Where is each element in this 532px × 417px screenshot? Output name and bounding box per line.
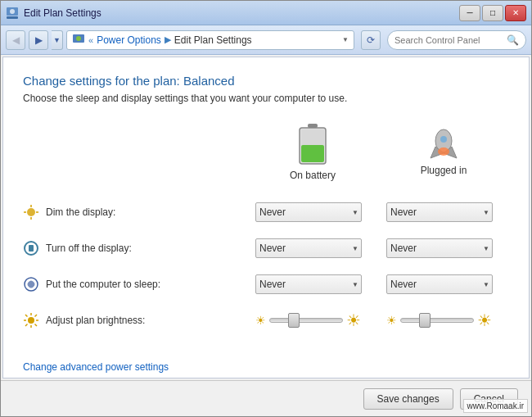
address-bar: « Power Options ▶ Edit Plan Settings ▼ [66,30,354,50]
search-input[interactable] [394,35,503,45]
svg-point-14 [27,208,35,216]
sleep-text: Put the computer to sleep: [46,279,160,290]
advanced-settings-link[interactable]: Change advanced power settings [23,361,509,373]
back-button[interactable]: ◀ [6,30,25,50]
turnoff-plugged-select[interactable]: Never1 minute5 minutes15 minutes30 minut… [386,238,493,258]
dim-plugged-select[interactable]: Never1 minute5 minutes15 minutes30 minut… [386,202,493,222]
close-button[interactable]: ✕ [505,5,526,21]
battery-header-label: On battery [290,170,336,181]
title-bar: Edit Plan Settings ─ □ ✕ [1,1,531,25]
plugged-column-header: Plugged in [378,129,509,189]
title-bar-buttons: ─ □ ✕ [459,5,526,21]
sleep-battery-select[interactable]: Never1 minute5 minutes15 minutes30 minut… [255,274,362,294]
title-bar-text: Edit Plan Settings [24,7,101,19]
dim-plugged-wrapper: Never1 minute5 minutes15 minutes30 minut… [378,196,509,229]
sleep-plugged-select-container[interactable]: Never1 minute5 minutes15 minutes30 minut… [386,274,493,294]
turnoff-battery-select[interactable]: Never1 minute5 minutes15 minutes30 minut… [255,238,362,258]
links-section: Change advanced power settings Restore d… [23,361,509,378]
address-dropdown[interactable]: ▼ [342,36,349,43]
svg-line-27 [25,315,28,317]
save-button[interactable]: Save changes [363,388,453,410]
dim-battery-select-container[interactable]: Never1 minute5 minutes15 minutes30 minut… [255,202,362,222]
toolbar: ◀ ▶ ▼ « Power Options ▶ Edit Plan Settin… [1,25,531,55]
dim-battery-wrapper: Never1 minute5 minutes15 minutes30 minut… [247,196,378,229]
brightness-icon [23,312,39,329]
breadcrumb-sep-1: ▶ [165,34,171,45]
dim-display-label: Dim the display: [23,194,247,230]
brightness-battery-slider-track[interactable] [269,318,343,323]
page-subtitle: Choose the sleep and display settings th… [23,93,509,104]
turnoff-plugged-wrapper: Never1 minute5 minutes15 minutes30 minut… [378,232,509,265]
sleep-icon [23,276,39,292]
brightness-plugged-slider-track[interactable] [400,318,474,323]
page-title: Change settings for the plan: Balanced [23,74,509,88]
plugged-icon [426,129,462,161]
brightness-label-row: Adjust plan brightness: [23,302,247,338]
svg-point-13 [438,147,449,156]
brightness-battery-row: ☀ ☀ [247,304,378,337]
turnoff-plugged-select-container[interactable]: Never1 minute5 minutes15 minutes30 minut… [386,238,493,258]
sleep-plugged-select[interactable]: Never1 minute5 minutes15 minutes30 minut… [386,274,493,294]
watermark: www.Romaak.ir [463,399,528,413]
brightness-plugged-row: ☀ ☀ [378,304,509,337]
maximize-button[interactable]: □ [482,5,503,21]
forward-button[interactable]: ▶ [29,30,48,50]
svg-point-2 [10,9,15,14]
nav-dropdown[interactable]: ▼ [52,30,63,50]
brightness-battery-min-icon: ☀ [255,314,266,327]
turnoff-battery-select-container[interactable]: Never1 minute5 minutes15 minutes30 minut… [255,238,362,258]
bottom-bar: Save changes Cancel [1,380,531,416]
svg-point-22 [28,317,34,324]
turnoff-display-text: Turn off the display: [46,242,132,254]
turnoff-display-label: Turn off the display: [23,230,247,266]
svg-line-29 [35,315,38,317]
brightness-plugged-slider-thumb[interactable] [419,313,431,328]
brightness-plugged-max-icon: ☀ [477,310,492,330]
breadcrumb-1[interactable]: Power Options [97,34,161,46]
sleep-label: Put the computer to sleep: [23,266,247,302]
battery-icon [298,124,327,166]
control-panel-icon [72,34,85,47]
svg-point-4 [76,36,81,41]
settings-grid: On battery Plugged in [23,124,509,338]
svg-point-12 [440,136,447,143]
search-icon: 🔍 [507,34,519,46]
dim-display-text: Dim the display: [46,206,115,218]
brightness-battery-slider-thumb[interactable] [288,313,300,328]
sleep-plugged-wrapper: Never1 minute5 minutes15 minutes30 minut… [378,268,509,301]
sleep-battery-select-container[interactable]: Never1 minute5 minutes15 minutes30 minut… [255,274,362,294]
svg-rect-20 [29,245,34,252]
brightness-battery-max-icon: ☀ [346,310,361,330]
breadcrumb-2: Edit Plan Settings [174,34,252,46]
dim-display-icon [23,204,39,220]
window-icon [6,7,19,20]
brightness-plugged-min-icon: ☀ [386,314,397,327]
search-box[interactable]: 🔍 [387,30,526,50]
breadcrumb-sep-0: « [88,35,93,45]
turnoff-battery-wrapper: Never1 minute5 minutes15 minutes30 minut… [247,232,378,265]
plugged-header-label: Plugged in [421,165,467,176]
dim-battery-select[interactable]: Never1 minute5 minutes15 minutes30 minut… [255,202,362,222]
svg-rect-8 [301,129,324,145]
refresh-button[interactable]: ⟳ [361,30,381,50]
title-bar-left: Edit Plan Settings [6,7,101,20]
battery-column-header: On battery [247,124,378,194]
content-area: Change settings for the plan: Balanced C… [2,57,530,378]
svg-line-28 [35,324,38,327]
turnoff-display-icon [23,240,39,256]
svg-rect-1 [7,16,18,19]
sleep-battery-wrapper: Never1 minute5 minutes15 minutes30 minut… [247,268,378,301]
svg-rect-7 [301,145,324,162]
minimize-button[interactable]: ─ [459,5,480,21]
svg-line-30 [25,324,28,327]
dim-plugged-select-container[interactable]: Never1 minute5 minutes15 minutes30 minut… [386,202,493,222]
brightness-text: Adjust plan brightness: [46,315,145,326]
